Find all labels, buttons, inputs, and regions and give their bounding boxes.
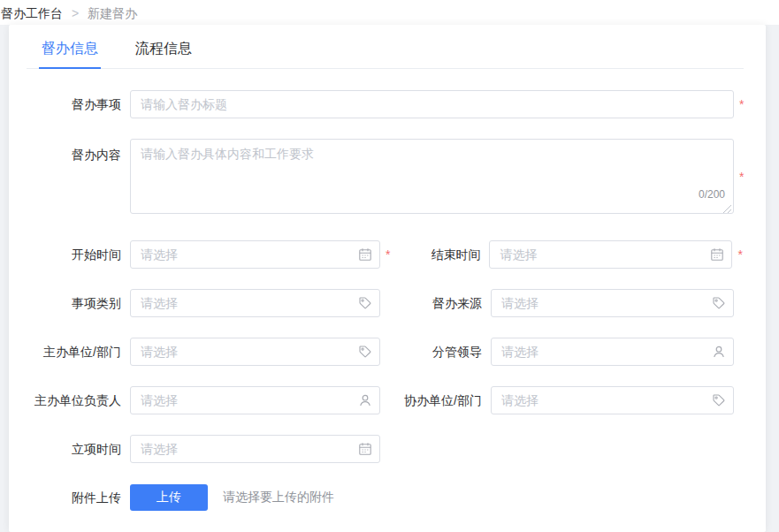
- source-label: 督办来源: [380, 289, 482, 317]
- approval-date-input[interactable]: [130, 435, 380, 463]
- char-counter: 0/200: [699, 189, 725, 200]
- approval-date-label: 立项时间: [9, 435, 121, 463]
- row-dept-leader: 主办单位/部门 分管领导: [9, 338, 766, 366]
- row-content: 督办内容 0/200 *: [9, 139, 766, 214]
- title-field: [130, 90, 734, 118]
- start-date-label: 开始时间: [9, 240, 121, 269]
- source-field: [491, 289, 734, 317]
- row-person-assist: 主办单位负责人 协办单位/部门: [9, 386, 766, 414]
- row-approval-date: 立项时间: [9, 435, 766, 463]
- supervision-form: 督办事项 * 督办内容 0/200 * 开始时间: [9, 69, 766, 512]
- category-label: 事项类别: [9, 289, 121, 317]
- host-person-input[interactable]: [130, 386, 380, 414]
- resize-handle-icon[interactable]: [722, 202, 732, 212]
- host-person-field: [130, 386, 380, 414]
- host-person-label: 主办单位负责人: [9, 386, 121, 414]
- breadcrumb: 督办工作台 > 新建督办: [1, 6, 137, 22]
- row-title: 督办事项 *: [9, 90, 766, 118]
- content-textarea[interactable]: [130, 139, 734, 214]
- upload-button[interactable]: 上传: [130, 484, 208, 511]
- row-attachment: 附件上传 上传 请选择要上传的附件: [9, 483, 766, 512]
- row-category-source: 事项类别 督办来源: [9, 289, 766, 317]
- leader-input[interactable]: [491, 338, 734, 366]
- breadcrumb-item-workbench[interactable]: 督办工作台: [1, 6, 63, 20]
- start-date-input[interactable]: [130, 240, 380, 269]
- breadcrumb-separator-icon: >: [72, 6, 79, 20]
- tab-bar: 督办信息 流程信息: [27, 25, 744, 69]
- category-input[interactable]: [130, 289, 380, 317]
- required-asterisk: *: [739, 171, 744, 183]
- host-dept-field: [130, 338, 380, 366]
- content-field: 0/200: [130, 139, 734, 214]
- host-dept-input[interactable]: [130, 338, 380, 366]
- title-label: 督办事项: [9, 90, 121, 118]
- end-date-field: [489, 240, 732, 269]
- leader-label: 分管领导: [380, 338, 482, 366]
- upload-hint: 请选择要上传的附件: [223, 490, 334, 505]
- required-asterisk: *: [737, 248, 742, 261]
- category-field: [130, 289, 380, 317]
- required-asterisk: *: [739, 98, 744, 110]
- host-dept-label: 主办单位/部门: [9, 338, 121, 366]
- assist-dept-field: [491, 386, 734, 414]
- assist-dept-input[interactable]: [491, 386, 734, 414]
- breadcrumb-item-new: 新建督办: [88, 6, 137, 20]
- leader-field: [491, 338, 734, 366]
- row-dates: 开始时间 * 结束时间: [9, 240, 766, 269]
- tab-supervision-info[interactable]: 督办信息: [39, 40, 101, 69]
- end-date-input[interactable]: [489, 240, 732, 269]
- approval-date-field: [130, 435, 380, 463]
- content-label: 督办内容: [9, 139, 121, 214]
- end-date-label: 结束时间: [378, 240, 480, 269]
- form-card: 督办信息 流程信息 督办事项 * 督办内容 0/200 * 开始时: [9, 25, 766, 532]
- attachment-label: 附件上传: [9, 483, 121, 512]
- title-input[interactable]: [130, 90, 734, 118]
- tab-process-info[interactable]: 流程信息: [133, 40, 195, 68]
- start-date-field: [130, 240, 380, 269]
- source-input[interactable]: [491, 289, 734, 317]
- assist-dept-label: 协办单位/部门: [380, 386, 482, 414]
